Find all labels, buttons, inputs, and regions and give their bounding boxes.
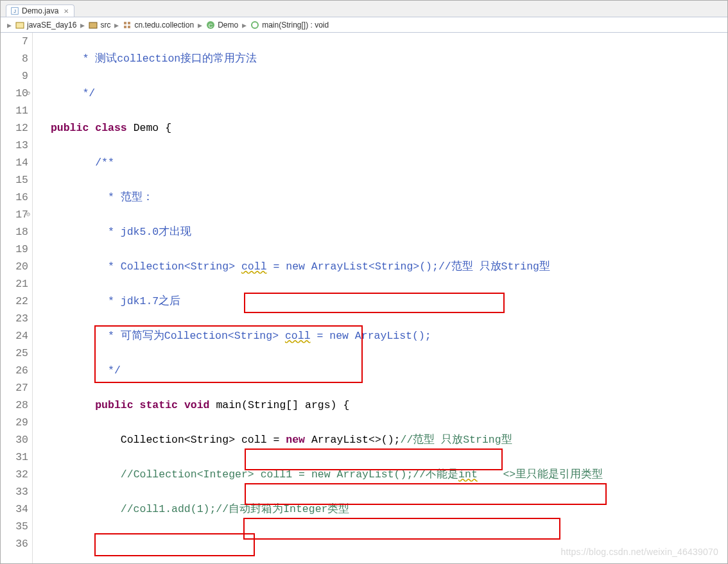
kw-void: void	[184, 399, 210, 411]
code-editor[interactable]: 7 8 9 10 11 12 13 14 15 16 17 18 19 20 2…	[1, 33, 727, 563]
code-text: */	[44, 364, 121, 377]
code-text: /**	[44, 157, 114, 169]
watermark: https://blog.csdn.net/weixin_46439070	[560, 547, 718, 557]
line-number-gutter: 7 8 9 10 11 12 13 14 15 16 17 18 19 20 2…	[1, 33, 33, 563]
class-icon: C	[206, 21, 215, 30]
svg-text:J: J	[13, 8, 16, 14]
comment: //范型 只放String型	[401, 434, 512, 446]
breadcrumb-project[interactable]: javaSE_day16	[27, 21, 76, 30]
code-text: coll	[241, 261, 267, 273]
code-text: */	[44, 87, 95, 99]
breadcrumb-package[interactable]: cn.tedu.collection	[134, 21, 194, 30]
svg-rect-4	[124, 22, 126, 24]
svg-rect-7	[128, 26, 130, 28]
code-text: main(String[] args) {	[216, 399, 349, 411]
src-folder-icon	[89, 21, 98, 30]
kw-new: new	[286, 434, 305, 446]
marker-bar	[33, 33, 42, 563]
package-icon	[123, 21, 132, 30]
editor-tab-bar: J Demo.java ✕	[1, 1, 727, 17]
method-icon	[250, 21, 259, 30]
svg-rect-6	[124, 26, 126, 28]
close-icon[interactable]: ✕	[64, 8, 69, 15]
kw-public: public	[95, 399, 133, 411]
svg-text:C: C	[209, 22, 213, 29]
code-text: * jdk1.7之后	[44, 295, 180, 307]
editor-tab-demo-java[interactable]: J Demo.java ✕	[6, 4, 74, 17]
code-text: * Collection<String>	[44, 261, 241, 273]
code-text: coll	[285, 330, 311, 342]
java-file-icon: J	[10, 6, 19, 15]
code-text	[44, 468, 121, 481]
chevron-right-icon: ▸	[242, 20, 247, 30]
project-icon	[15, 21, 24, 30]
kw-class: class	[95, 122, 127, 134]
code-text: Collection<String> coll =	[44, 434, 286, 446]
code-text: * 可简写为Collection<String>	[44, 330, 285, 342]
tab-filename: Demo.java	[22, 6, 58, 15]
comment: int	[458, 468, 478, 481]
chevron-right-icon: ▸	[198, 20, 202, 30]
code-text: ArrayList<>();	[305, 434, 401, 446]
code-text: = new ArrayList<String>();	[267, 261, 438, 273]
code-text: * 范型：	[44, 191, 153, 203]
svg-point-10	[252, 22, 258, 28]
comment: //coll1.add(1);//自动封箱为Integer类型	[44, 503, 349, 515]
breadcrumb-method[interactable]: main(String[]) : void	[262, 21, 329, 30]
svg-rect-2	[16, 22, 24, 28]
comment: <>里只能是引用类型	[478, 468, 603, 481]
code-text: * jdk5.0才出现	[44, 226, 191, 238]
svg-rect-5	[128, 22, 130, 24]
comment: //Collection<Integer> coll1 = new ArrayL…	[121, 468, 458, 481]
chevron-right-icon: ▸	[80, 20, 85, 30]
code-area[interactable]: * 测试collection接口的常用方法 */ public class De…	[42, 33, 727, 563]
code-text: * 测试collection接口的常用方法	[44, 53, 257, 65]
svg-rect-3	[89, 22, 97, 28]
breadcrumb-src[interactable]: src	[100, 21, 110, 30]
chevron-right-icon: ▸	[7, 20, 12, 30]
code-text: //范型 只放String型	[438, 261, 550, 273]
breadcrumb: ▸ javaSE_day16 ▸ src ▸ cn.tedu.collectio…	[1, 17, 727, 33]
kw-public: public	[51, 122, 89, 134]
code-text: = new ArrayList();	[311, 330, 431, 342]
kw-static: static	[140, 399, 178, 411]
chevron-right-icon: ▸	[114, 20, 119, 30]
code-text: Demo {	[134, 122, 171, 134]
breadcrumb-class[interactable]: Demo	[218, 21, 238, 30]
